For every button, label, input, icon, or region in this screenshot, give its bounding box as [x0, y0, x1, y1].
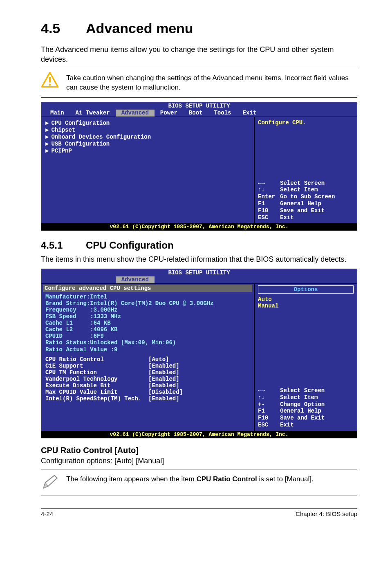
bios-nav-help: ←→Select Screen ↑↓Select Item +-Change O… [258, 387, 354, 429]
bios-tab: Exit [237, 110, 262, 117]
info-note-text: The following item appears when the item… [66, 475, 314, 484]
bios-menu-item: USB Configuration [51, 141, 110, 147]
bios-tab: Boot [183, 110, 208, 117]
nav-key: F1 [258, 200, 280, 207]
submenu-arrow-icon: ▶ [45, 120, 49, 126]
nav-key: Enter [258, 193, 280, 200]
caution-text: Take caution when changing the settings … [66, 74, 357, 92]
submenu-arrow-icon: ▶ [45, 141, 49, 147]
nav-label: Select Item [280, 394, 318, 401]
svg-rect-1 [49, 77, 51, 82]
bios-tab: Tools [208, 110, 237, 117]
nav-label: Select Screen [280, 387, 325, 394]
note-post: is set to [Manual]. [257, 475, 314, 483]
bios-pane-header: Configure advanced CPU settings [43, 285, 252, 292]
setting-item-body: Configuration options: [Auto] [Manual] [41, 456, 357, 466]
nav-label: Change Option [280, 401, 325, 408]
nav-label: Select Screen [280, 180, 325, 186]
divider [41, 97, 357, 98]
option-value: Manual [258, 303, 354, 309]
bios-tab: Main [45, 110, 70, 117]
nav-key: ↑↓ [258, 186, 280, 193]
bios-tab: Power [155, 110, 183, 117]
info-note: The following item appears when the item… [41, 473, 357, 492]
subsection-title: CPU Configuration [86, 240, 174, 251]
nav-key: F1 [258, 408, 280, 415]
section-title-text: Advanced menu [86, 20, 193, 36]
bios-help-text: Configure CPU. [258, 119, 354, 126]
submenu-arrow-icon: ▶ [45, 134, 49, 140]
bios-tab-active: Advanced [116, 276, 155, 283]
options-header: Options [258, 285, 354, 294]
nav-key: ←→ [258, 180, 280, 187]
bios-screenshot-cpu-config: BIOS SETUP UTILITY Main Ai Tweaker Advan… [41, 269, 357, 438]
nav-label: Go to Sub Screen [280, 193, 335, 200]
bios-tab: Ai Tweaker [70, 110, 116, 117]
section-heading: 4.5Advanced menu [41, 20, 357, 36]
option-value: Auto [258, 296, 354, 303]
nav-key: F10 [258, 415, 280, 422]
bios-cpu-settings-pane: Configure advanced CPU settings Manufact… [41, 284, 255, 431]
svg-point-2 [49, 83, 51, 85]
bios-screenshot-advanced-menu: BIOS SETUP UTILITY Main Ai Tweaker Advan… [41, 102, 357, 231]
section-number: 4.5 [41, 20, 86, 36]
subsection-heading: 4.5.1CPU Configuration [41, 240, 357, 251]
note-pre: The following item appears when the item [66, 475, 196, 483]
nav-key: ESC [258, 422, 280, 429]
nav-label: Save and Exit [280, 207, 325, 214]
nav-key: F10 [258, 207, 280, 214]
nav-key: ESC [258, 214, 280, 221]
submenu-arrow-icon: ▶ [45, 127, 49, 133]
note-bold: CPU Ratio Control [196, 475, 257, 483]
setting-item-heading: CPU Ratio Control [Auto] [41, 446, 357, 455]
divider [41, 469, 357, 469]
nav-label: Exit [280, 422, 294, 428]
bios-copyright: v02.61 (C)Copyright 1985-2007, American … [41, 223, 357, 230]
bios-menu-item: Onboard Devices Configuration [51, 134, 151, 140]
bios-title: BIOS SETUP UTILITY [41, 102, 357, 110]
nav-key: ↑↓ [258, 394, 280, 401]
bios-menu-list: ▶CPU Configuration ▶Chipset ▶Onboard Dev… [41, 117, 255, 223]
nav-key: +- [258, 401, 280, 408]
subsection-intro: The items in this menu show the CPU-rela… [41, 254, 357, 264]
bios-menu-item: CPU Configuration [51, 120, 110, 126]
bios-copyright: v02.61 (C)Copyright 1985-2007, American … [41, 431, 357, 438]
cpu-info-block: Manufacturer:Intel Brand String:Intel(R)… [45, 294, 250, 353]
page-number: 4-24 [41, 510, 53, 517]
page-footer: 4-24 Chapter 4: BIOS setup [41, 508, 357, 517]
submenu-arrow-icon: ▶ [45, 148, 49, 154]
bios-menu-item: PCIPnP [51, 148, 72, 154]
bios-tab-active: Advanced [116, 110, 155, 117]
nav-label: General Help [280, 200, 321, 207]
bios-nav-help: ←→Select Screen ↑↓Select Item EnterGo to… [258, 180, 354, 221]
chapter-label: Chapter 4: BIOS setup [296, 510, 357, 517]
nav-key: ←→ [258, 387, 280, 394]
intro-paragraph: The Advanced menu items allow you to cha… [41, 45, 357, 65]
bios-menu-item: Chipset [51, 127, 75, 133]
nav-label: Save and Exit [280, 415, 325, 421]
divider [41, 496, 357, 496]
bios-tab-bar: Main Ai Tweaker Advanced Power Boot Tool… [41, 110, 357, 117]
nav-label: Select Item [280, 186, 318, 193]
nav-label: General Help [280, 408, 321, 414]
bios-title: BIOS SETUP UTILITY [41, 269, 357, 276]
subsection-number: 4.5.1 [41, 240, 86, 251]
warning-icon [41, 72, 59, 90]
nav-label: Exit [280, 214, 294, 221]
divider [41, 68, 357, 68]
caution-note: Take caution when changing the settings … [41, 72, 357, 94]
bios-tab-bar: Main Ai Tweaker Advanced [41, 276, 357, 283]
cpu-settings-block: CPU Ratio Control [Auto] C1E Support [En… [45, 356, 250, 402]
pencil-icon [41, 473, 59, 492]
